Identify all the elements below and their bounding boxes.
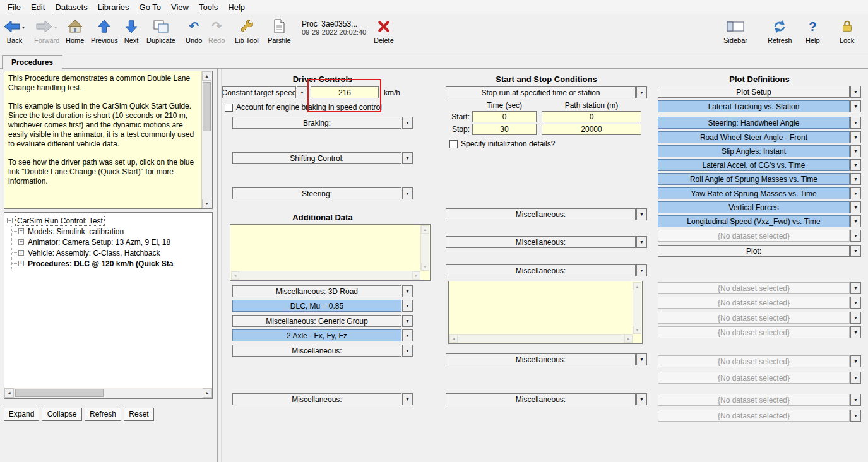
plot-dataset-button[interactable]: Vertical Forces: [658, 201, 850, 213]
chevron-down-icon[interactable]: [636, 353, 647, 365]
chevron-down-icon[interactable]: [402, 345, 413, 357]
chevron-down-icon[interactable]: [850, 117, 861, 129]
chevron-down-icon[interactable]: [850, 394, 861, 406]
previous-button[interactable]: Previous: [91, 17, 118, 44]
chevron-down-icon[interactable]: [850, 159, 861, 171]
notes-vertical-scrollbar[interactable]: [201, 71, 212, 208]
next-button[interactable]: Next: [124, 17, 139, 44]
menu-libraries[interactable]: Libraries: [93, 1, 134, 14]
misc-button[interactable]: Miscellaneous:: [232, 345, 401, 357]
tree-expand-icon[interactable]: [18, 250, 24, 256]
forward-button[interactable]: Forward: [34, 17, 59, 44]
tree-expand-icon[interactable]: [18, 228, 24, 234]
empty-dataset-button[interactable]: {No dataset selected}: [658, 410, 850, 422]
chevron-down-icon[interactable]: [850, 312, 861, 324]
speed-mode-button[interactable]: Constant target speed: [222, 86, 296, 98]
chevron-down-icon[interactable]: [636, 86, 647, 98]
menu-goto[interactable]: Go To: [134, 1, 166, 14]
plot-setup-button[interactable]: Plot Setup: [658, 86, 850, 98]
undo-button[interactable]: ↶ Undo: [186, 17, 202, 44]
tree-item-vehicle[interactable]: Vehicle: Assembly: C-Class, Hatchback: [12, 247, 211, 258]
axle-dataset-button[interactable]: 2 Axle - Fx, Fy, Fz: [232, 329, 401, 341]
chevron-down-icon[interactable]: [297, 86, 307, 98]
stop-station-input[interactable]: [542, 124, 641, 135]
chevron-down-icon[interactable]: [850, 410, 861, 422]
sidebar-button[interactable]: Sidebar: [723, 17, 747, 44]
engine-braking-checkbox[interactable]: [225, 104, 233, 112]
help-button[interactable]: Help: [806, 17, 820, 44]
collapse-button[interactable]: Collapse: [42, 408, 82, 421]
chevron-down-icon[interactable]: [402, 315, 413, 327]
tree-item-procedures[interactable]: Procedures: DLC @ 120 km/h (Quick Sta: [12, 258, 211, 269]
tree-item-animator[interactable]: Animator: Camera Setup: 13 Azm, 9 El, 18: [12, 237, 211, 247]
misc-button[interactable]: Miscellaneous:: [446, 208, 636, 220]
chevron-down-icon[interactable]: [850, 187, 861, 199]
menu-view[interactable]: View: [166, 1, 194, 14]
tree-item-run-control[interactable]: CarSim Run Control: Test: [7, 215, 211, 226]
empty-dataset-button[interactable]: {No dataset selected}: [658, 312, 850, 324]
plot-dataset-button[interactable]: Road Wheel Steer Angle - Front: [658, 131, 850, 143]
empty-dataset-button[interactable]: {No dataset selected}: [658, 394, 850, 406]
chevron-down-icon[interactable]: [850, 245, 861, 257]
additional-data-notes-field[interactable]: [230, 224, 431, 281]
menu-file[interactable]: File: [3, 1, 26, 14]
shifting-control-button[interactable]: Shifting Control:: [232, 152, 401, 164]
plot-dataset-button[interactable]: Longitudinal Speed (Vxz_Fwd) vs. Time: [658, 215, 850, 227]
plot-button[interactable]: Plot:: [658, 245, 850, 257]
empty-dataset-button[interactable]: {No dataset selected}: [658, 230, 850, 242]
chevron-down-icon[interactable]: [850, 372, 861, 384]
chevron-down-icon[interactable]: [850, 297, 861, 309]
tree-expand-icon[interactable]: [18, 239, 24, 245]
misc-button[interactable]: Miscellaneous:: [232, 393, 401, 405]
chevron-down-icon[interactable]: [850, 173, 861, 185]
plot-dataset-button[interactable]: Slip Angles: Instant: [658, 145, 850, 157]
scroll-right-icon[interactable]: [203, 388, 212, 398]
chevron-down-icon[interactable]: [402, 285, 413, 297]
empty-dataset-button[interactable]: {No dataset selected}: [658, 326, 850, 338]
duplicate-button[interactable]: Duplicate: [146, 17, 175, 44]
tree-item-models[interactable]: Models: Simulink: calibration: [12, 226, 211, 237]
plot-dataset-button[interactable]: Yaw Rate of Sprung Masses vs. Time: [658, 187, 850, 199]
start-station-input[interactable]: [542, 111, 641, 122]
menu-edit[interactable]: Edit: [26, 1, 50, 14]
chevron-down-icon[interactable]: [402, 187, 413, 199]
chevron-down-icon[interactable]: [850, 131, 861, 143]
panel-splitter[interactable]: [217, 69, 218, 462]
tab-procedures[interactable]: Procedures: [2, 55, 62, 69]
lib-tool-button[interactable]: Lib Tool: [235, 17, 259, 44]
empty-dataset-button[interactable]: {No dataset selected}: [658, 282, 850, 294]
stop-mode-button[interactable]: Stop run at specified time or station: [446, 86, 636, 98]
init-details-checkbox[interactable]: [449, 140, 458, 148]
dlc-mu-dataset-button[interactable]: DLC, Mu = 0.85: [232, 300, 401, 312]
chevron-down-icon[interactable]: [850, 86, 861, 98]
chevron-down-icon[interactable]: [850, 326, 861, 338]
delete-button[interactable]: Delete: [374, 17, 394, 44]
redo-button[interactable]: ↷ Redo: [208, 17, 225, 44]
chevron-down-icon[interactable]: [850, 145, 861, 157]
scroll-up-icon[interactable]: [202, 71, 211, 81]
steering-button[interactable]: Steering:: [232, 187, 401, 199]
chevron-down-icon[interactable]: [850, 282, 861, 294]
chevron-down-icon[interactable]: [850, 215, 861, 227]
start-stop-notes-field[interactable]: [448, 281, 643, 344]
chevron-down-icon[interactable]: [402, 329, 413, 341]
chevron-down-icon[interactable]: [21, 22, 25, 31]
empty-dataset-button[interactable]: {No dataset selected}: [658, 372, 850, 384]
expand-button[interactable]: Expand: [4, 408, 39, 421]
start-time-input[interactable]: [472, 111, 537, 122]
misc-3d-road-button[interactable]: Miscellaneous: 3D Road: [232, 285, 401, 297]
plot-dataset-button[interactable]: Lateral Tracking vs. Station: [658, 100, 850, 112]
empty-dataset-button[interactable]: {No dataset selected}: [658, 297, 850, 309]
refresh-button[interactable]: Refresh: [768, 17, 792, 44]
refresh-tree-button[interactable]: Refresh: [85, 408, 121, 421]
chevron-down-icon[interactable]: [636, 208, 647, 220]
chevron-down-icon[interactable]: [850, 100, 861, 112]
tree-horizontal-scrollbar[interactable]: [4, 388, 212, 398]
back-button[interactable]: Back: [4, 17, 25, 44]
procedure-notes-field[interactable]: This Procedure demonstrates a common Dou…: [4, 71, 213, 209]
parsfile-button[interactable]: Parsfile: [268, 17, 291, 44]
chevron-down-icon[interactable]: [850, 201, 861, 213]
chevron-down-icon[interactable]: [402, 117, 413, 129]
menu-tools[interactable]: Tools: [194, 1, 223, 14]
misc-button[interactable]: Miscellaneous:: [446, 353, 636, 365]
